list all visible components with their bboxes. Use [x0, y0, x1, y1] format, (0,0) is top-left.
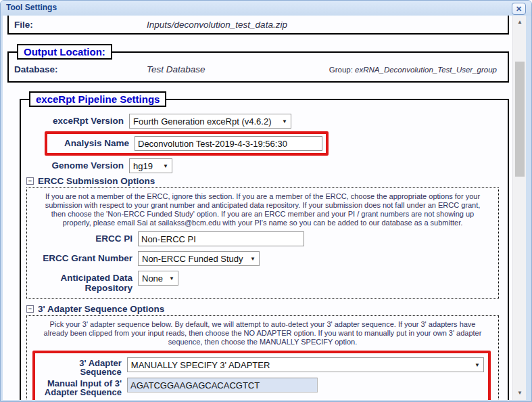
- close-button[interactable]: ✕: [512, 3, 526, 15]
- collapse-minus-icon[interactable]: −: [26, 177, 34, 185]
- genome-version-row: Genome Version hg19 ▼: [21, 158, 508, 173]
- analysis-name-input[interactable]: [135, 136, 322, 151]
- adapter-description: Pick your 3' adapter sequence below. By …: [38, 320, 487, 347]
- scroll-down-button[interactable]: ▼: [513, 388, 526, 399]
- ercc-section-header: − ERCC Submission Options: [26, 176, 508, 186]
- ercc-pi-row: ERCC PI: [31, 231, 494, 246]
- excerpt-version-select[interactable]: Fourth Generation exceRpt (v4.6.2) ▼: [129, 114, 291, 129]
- adapter-section-title: 3' Adapter Sequence Options: [38, 304, 164, 314]
- file-label: File:: [14, 20, 147, 30]
- vertical-scrollbar[interactable]: ▲ ▼: [512, 16, 526, 400]
- adapter-sequence-value: MANUALLY SPECIFY 3' ADAPTER: [131, 360, 270, 370]
- scroll-up-button[interactable]: ▲: [513, 17, 526, 28]
- window-title: Tool Settings: [6, 3, 57, 12]
- adapter-sequence-row: 3' Adapter Sequence MANUALLY SPECIFY 3' …: [39, 357, 484, 376]
- ercc-grant-label: ERCC Grant Number: [31, 251, 132, 263]
- ercc-grant-select[interactable]: Non-ERCC Funded Study ▼: [138, 251, 260, 266]
- output-location-legend: Output Location:: [17, 44, 112, 60]
- ercc-description: If you are not a member of the ERCC, ign…: [38, 192, 487, 227]
- chevron-down-icon: ▼: [169, 275, 174, 282]
- chevron-down-icon: ▼: [250, 256, 256, 262]
- chevron-down-icon: ▼: [163, 163, 168, 169]
- database-value: Test Database: [147, 64, 205, 74]
- analysis-name-highlight-box: Analysis Name: [45, 131, 329, 156]
- dialog-body: File: Inputs/deconvolution_test_data.zip…: [3, 16, 526, 400]
- adapter-sequence-select[interactable]: MANUALLY SPECIFY 3' ADAPTER ▼: [127, 357, 484, 372]
- group-line: Group: exRNA_Deconvolution_Test_User_gro…: [329, 66, 508, 74]
- ercc-grant-value: Non-ERCC Funded Study: [142, 254, 243, 264]
- excerpt-version-value: Fourth Generation exceRpt (v4.6.2): [133, 116, 272, 127]
- pipeline-settings-fieldset: exceRpt Pipeline Settings exceRpt Versio…: [20, 99, 509, 400]
- collapse-minus-icon[interactable]: −: [26, 305, 34, 313]
- adapter-sequence-label: 3' Adapter Sequence: [39, 357, 122, 376]
- chevron-down-icon: ▼: [475, 362, 480, 368]
- group-label: Group:: [329, 66, 353, 74]
- adapter-section-header: − 3' Adapter Sequence Options: [26, 304, 508, 314]
- manual-adapter-input[interactable]: [127, 378, 318, 393]
- ercc-pi-label: ERCC PI: [31, 231, 132, 244]
- close-icon: ✕: [516, 5, 522, 13]
- genome-version-label: Genome Version: [21, 158, 124, 171]
- chevron-down-icon: ▼: [282, 118, 287, 125]
- manual-adapter-label: Manual Input of 3' Adapter Sequence: [39, 378, 122, 397]
- genome-version-select[interactable]: hg19 ▼: [129, 158, 172, 173]
- excerpt-version-row: exceRpt Version Fourth Generation exceRp…: [21, 114, 508, 129]
- scrollable-content: File: Inputs/deconvolution_test_data.zip…: [3, 16, 511, 400]
- analysis-name-row: Analysis Name: [50, 136, 323, 151]
- ercc-grant-row: ERCC Grant Number Non-ERCC Funded Study …: [31, 251, 494, 266]
- repository-value: None: [142, 273, 163, 284]
- scrollbar-thumb[interactable]: [515, 62, 525, 177]
- scroll-down-icon: ▼: [517, 390, 523, 396]
- repository-row: Anticipated Data Repository None ▼: [31, 271, 494, 293]
- repository-select[interactable]: None ▼: [138, 271, 178, 286]
- adapter-highlight-box: 3' Adapter Sequence MANUALLY SPECIFY 3' …: [32, 351, 491, 400]
- group-value: exRNA_Deconvolution_Test_User_group: [355, 66, 497, 74]
- file-section: File: Inputs/deconvolution_test_data.zip: [7, 16, 509, 35]
- analysis-name-label: Analysis Name: [50, 136, 129, 148]
- ercc-section-title: ERCC Submission Options: [38, 176, 155, 186]
- genome-version-value: hg19: [133, 161, 153, 171]
- database-label: Database:: [14, 64, 147, 74]
- output-location-fieldset: Output Location: Database: Test Database…: [7, 51, 509, 83]
- ercc-pi-input[interactable]: [138, 231, 304, 246]
- ercc-options-box: If you are not a member of the ERCC, ign…: [26, 187, 499, 299]
- scroll-up-icon: ▲: [517, 19, 523, 25]
- manual-adapter-row: Manual Input of 3' Adapter Sequence: [39, 378, 484, 397]
- tool-settings-window: Tool Settings ✕ File: Inputs/deconvoluti…: [0, 0, 532, 402]
- excerpt-version-label: exceRpt Version: [21, 114, 124, 126]
- repository-label: Anticipated Data Repository: [31, 271, 132, 293]
- pipeline-settings-legend: exceRpt Pipeline Settings: [29, 91, 166, 107]
- adapter-options-box: Pick your 3' adapter sequence below. By …: [26, 315, 499, 400]
- window-titlebar[interactable]: Tool Settings: [1, 1, 531, 16]
- file-value: Inputs/deconvolution_test_data.zip: [147, 20, 287, 30]
